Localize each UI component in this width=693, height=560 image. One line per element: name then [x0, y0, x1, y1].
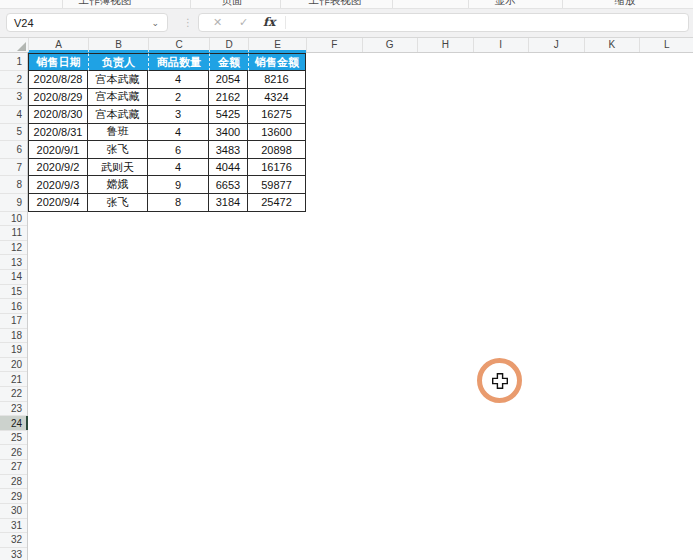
row-header-28[interactable]: 28: [0, 475, 27, 490]
table-header-cell[interactable]: 金额: [209, 53, 248, 71]
drag-handle-dots-icon: ⋮: [183, 13, 193, 32]
table-cell[interactable]: 3184: [209, 194, 248, 212]
column-header-A[interactable]: A: [28, 38, 88, 52]
table-cell[interactable]: 2020/9/4: [28, 194, 88, 212]
enter-icon[interactable]: ✓: [239, 14, 248, 31]
table-cell[interactable]: 16176: [248, 159, 306, 177]
row-header-3[interactable]: 3: [0, 89, 27, 107]
row-header-23[interactable]: 23: [0, 402, 27, 417]
row-header-33[interactable]: 33: [0, 548, 27, 560]
column-header-F[interactable]: F: [306, 38, 362, 52]
table-cell[interactable]: 2020/8/31: [28, 124, 88, 142]
table-cell[interactable]: 鲁班: [88, 124, 148, 142]
table-cell[interactable]: 8: [148, 194, 209, 212]
row-header-32[interactable]: 32: [0, 533, 27, 548]
row-header-29[interactable]: 29: [0, 489, 27, 504]
table-cell[interactable]: 武则天: [88, 159, 148, 177]
table-cell[interactable]: 张飞: [88, 141, 148, 159]
table-cell[interactable]: 3483: [209, 141, 248, 159]
table-header-cell[interactable]: 销售金额: [248, 53, 306, 71]
table-cell[interactable]: 宫本武藏: [88, 89, 148, 107]
table-cell[interactable]: 20898: [248, 141, 306, 159]
table-cell[interactable]: 2162: [209, 89, 248, 107]
table-cell[interactable]: 4: [148, 71, 209, 89]
table-cell[interactable]: 13600: [248, 124, 306, 142]
row-header-8[interactable]: 8: [0, 176, 27, 194]
row-header-15[interactable]: 15: [0, 285, 27, 300]
row-header-14[interactable]: 14: [0, 270, 27, 285]
table-cell[interactable]: 4: [148, 159, 209, 177]
row-header-1[interactable]: 1: [0, 53, 27, 71]
row-header-19[interactable]: 19: [0, 343, 27, 358]
formula-bar[interactable]: ✕ ✓ fx: [198, 13, 689, 32]
table-cell[interactable]: 宫本武藏: [88, 106, 148, 124]
column-header-E[interactable]: E: [248, 38, 306, 52]
row-header-20[interactable]: 20: [0, 358, 27, 373]
row-header-2[interactable]: 2: [0, 71, 27, 89]
column-header-H[interactable]: H: [417, 38, 473, 52]
table-cell[interactable]: 16275: [248, 106, 306, 124]
table-cell[interactable]: 6: [148, 141, 209, 159]
column-header-C[interactable]: C: [148, 38, 209, 52]
column-header-K[interactable]: K: [584, 38, 640, 52]
row-header-25[interactable]: 25: [0, 431, 27, 446]
table-cell[interactable]: 4: [148, 124, 209, 142]
column-header-D[interactable]: D: [209, 38, 248, 52]
table-cell[interactable]: 张飞: [88, 194, 148, 212]
row-header-10[interactable]: 10: [0, 212, 27, 227]
row-header-16[interactable]: 16: [0, 299, 27, 314]
table-cell[interactable]: 嫦娥: [88, 176, 148, 194]
row-header-5[interactable]: 5: [0, 124, 27, 142]
name-box[interactable]: V24 ⌄: [6, 13, 168, 32]
table-cell[interactable]: 4324: [248, 89, 306, 107]
row-header-30[interactable]: 30: [0, 504, 27, 519]
table-header-cell[interactable]: 负责人: [88, 53, 148, 71]
table-cell[interactable]: 9: [148, 176, 209, 194]
row-header-13[interactable]: 13: [0, 255, 27, 270]
column-header-L[interactable]: L: [639, 38, 693, 52]
table-cell[interactable]: 2020/9/3: [28, 176, 88, 194]
table-cell[interactable]: 5425: [209, 106, 248, 124]
row-header-7[interactable]: 7: [0, 159, 27, 177]
column-header-G[interactable]: G: [362, 38, 418, 52]
table-cell[interactable]: 8216: [248, 71, 306, 89]
row-header-18[interactable]: 18: [0, 329, 27, 344]
table-cell[interactable]: 2020/8/28: [28, 71, 88, 89]
row-header-17[interactable]: 17: [0, 314, 27, 329]
table-header-cell[interactable]: 商品数量: [148, 53, 209, 71]
column-header-I[interactable]: I: [473, 38, 529, 52]
row-header-27[interactable]: 27: [0, 460, 27, 475]
table-cell[interactable]: 3400: [209, 124, 248, 142]
row-header-22[interactable]: 22: [0, 387, 27, 402]
formula-input[interactable]: [291, 14, 684, 31]
row-header-24[interactable]: 24: [0, 416, 27, 431]
row-header-4[interactable]: 4: [0, 106, 27, 124]
row-header-12[interactable]: 12: [0, 241, 27, 256]
table-cell[interactable]: 2020/9/2: [28, 159, 88, 177]
table-cell[interactable]: 25472: [248, 194, 306, 212]
row-header-11[interactable]: 11: [0, 226, 27, 241]
excel-window: 工作簿视图页面工作表视图显示缩放 V24 ⌄ ⋮ ✕ ✓ fx ABCDEFGH…: [0, 0, 693, 560]
chevron-down-icon[interactable]: ⌄: [151, 14, 159, 33]
table-cell[interactable]: 2020/8/29: [28, 89, 88, 107]
insert-function-icon[interactable]: fx: [263, 14, 275, 31]
table-cell[interactable]: 2054: [209, 71, 248, 89]
cancel-icon[interactable]: ✕: [213, 14, 222, 31]
column-header-B[interactable]: B: [88, 38, 148, 52]
select-all-corner[interactable]: [0, 38, 28, 52]
row-header-6[interactable]: 6: [0, 141, 27, 159]
row-header-26[interactable]: 26: [0, 445, 27, 460]
table-cell[interactable]: 4044: [209, 159, 248, 177]
table-cell[interactable]: 6653: [209, 176, 248, 194]
table-cell[interactable]: 宫本武藏: [88, 71, 148, 89]
table-cell[interactable]: 2020/8/30: [28, 106, 88, 124]
row-header-31[interactable]: 31: [0, 519, 27, 534]
table-cell[interactable]: 2: [148, 89, 209, 107]
table-header-cell[interactable]: 销售日期: [28, 53, 88, 71]
row-header-21[interactable]: 21: [0, 372, 27, 387]
table-cell[interactable]: 2020/9/1: [28, 141, 88, 159]
table-cell[interactable]: 3: [148, 106, 209, 124]
table-cell[interactable]: 59877: [248, 176, 306, 194]
row-header-9[interactable]: 9: [0, 194, 27, 212]
column-header-J[interactable]: J: [528, 38, 584, 52]
